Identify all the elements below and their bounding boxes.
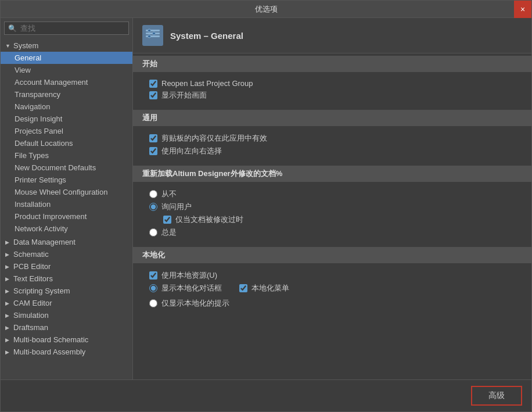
checkbox-show-start-screen-label: 显示开始画面 — [161, 90, 207, 101]
radio-only-show-localized-tips-input[interactable] — [149, 299, 157, 307]
tree-group-system[interactable]: ▼ System — [1, 40, 132, 52]
footer: 高级 — [1, 379, 531, 411]
checkbox-show-start-screen[interactable]: 显示开始画面 — [149, 90, 522, 101]
tree-item-account-management[interactable]: Account Management — [1, 76, 132, 88]
tree-item-file-types[interactable]: File Types — [1, 149, 132, 162]
checkbox-only-modified[interactable]: 仅当文档被修改过时 — [163, 214, 522, 225]
sidebar: 🔍 ▼ System General View Account Manageme… — [1, 18, 133, 379]
svg-point-5 — [148, 35, 151, 38]
radio-never-input[interactable] — [149, 190, 157, 198]
checkbox-reopen-last-project-label: Reopen Last Project Group — [161, 79, 253, 88]
radio-show-localized-dialog-input[interactable] — [149, 284, 157, 292]
tree-item-printer-settings[interactable]: Printer Settings — [1, 174, 132, 186]
tree-group-scripting-system[interactable]: ▶ Scripting System — [1, 285, 132, 297]
checkbox-use-left-right-select-input[interactable] — [149, 147, 157, 155]
tree-item-general[interactable]: General — [1, 52, 132, 64]
tree-item-product-improvement[interactable]: Product Improvement — [1, 210, 132, 223]
radio-always-label: 总是 — [161, 227, 177, 238]
tree-arrow-multi-board-assembly: ▶ — [5, 349, 11, 355]
checkbox-reopen-last-project[interactable]: Reopen Last Project Group — [149, 79, 522, 88]
checkbox-clipboard-local[interactable]: 剪贴板的内容仅在此应用中有效 — [149, 133, 522, 144]
tree-arrow-draftsman: ▶ — [5, 325, 11, 331]
tree-group-label-multi-board-schematic: Multi-board Schematic — [13, 335, 88, 344]
tree-arrow-schematic: ▶ — [5, 252, 11, 257]
tree-group-label-cam-editor: CAM Editor — [13, 299, 52, 307]
svg-point-4 — [153, 32, 156, 35]
tree-group-label-multi-board-assembly: Multi-board Assembly — [13, 347, 85, 356]
checkbox-localized-menu-input[interactable] — [239, 284, 247, 292]
page-title: System – General — [170, 31, 243, 41]
checkbox-only-modified-input[interactable] — [163, 216, 171, 224]
search-box: 🔍 — [4, 22, 129, 35]
tree-group-label-text-editors: Text Editors — [13, 274, 53, 283]
tree-group-label-schematic: Schematic — [13, 250, 49, 259]
search-input[interactable] — [20, 24, 125, 33]
radio-always[interactable]: 总是 — [149, 227, 522, 238]
section-body-general: 剪贴板的内容仅在此应用中有效 使用向左向右选择 — [133, 126, 531, 163]
tree-arrow-text-editors: ▶ — [5, 276, 11, 282]
radio-only-show-localized-tips-label: 仅显示本地化的提示 — [161, 298, 229, 309]
section-body-localization: 使用本地资源(U) 显示本地化对话框 本地化菜单 — [133, 263, 531, 316]
tree-group-multi-board-schematic[interactable]: ▶ Multi-board Schematic — [1, 334, 132, 346]
radio-ask-user[interactable]: 询问用户 — [149, 202, 522, 212]
tree-group-label-system: System — [13, 41, 38, 50]
radio-show-localized-dialog[interactable]: 显示本地化对话框 — [149, 283, 222, 293]
main-content: System – General 开始 Reopen Last Project … — [133, 18, 531, 379]
tree-item-projects-panel[interactable]: Projects Panel — [1, 125, 132, 137]
radio-only-show-localized-tips[interactable]: 仅显示本地化的提示 — [149, 298, 522, 309]
tree-item-installation[interactable]: Installation — [1, 198, 132, 210]
tree-group-label-data-management: Data Management — [13, 238, 76, 246]
checkbox-clipboard-local-input[interactable] — [149, 134, 157, 142]
tree-group-data-management[interactable]: ▶ Data Management — [1, 236, 132, 248]
radio-ask-user-label: 询问用户 — [161, 202, 192, 212]
search-icon: 🔍 — [8, 24, 17, 33]
tree-group-schematic[interactable]: ▶ Schematic — [1, 248, 132, 260]
checkbox-use-local-resources-input[interactable] — [149, 271, 157, 280]
tree-arrow-data-management: ▶ — [5, 239, 11, 245]
checkbox-only-modified-label: 仅当文档被修改过时 — [175, 214, 243, 225]
radio-never-label: 从不 — [161, 189, 177, 199]
tree-item-new-document-defaults[interactable]: New Document Defaults — [1, 162, 132, 174]
radio-always-input[interactable] — [149, 228, 157, 237]
tree-group-pcb-editor[interactable]: ▶ PCB Editor — [1, 260, 132, 273]
tree-group-multi-board-assembly[interactable]: ▶ Multi-board Assembly — [1, 346, 132, 358]
checkbox-clipboard-local-label: 剪贴板的内容仅在此应用中有效 — [161, 133, 267, 144]
tree-item-view[interactable]: View — [1, 64, 132, 76]
tree-item-design-insight[interactable]: Design Insight — [1, 113, 132, 125]
section-body-reload: 从不 询问用户 仅当文档被修改过时 总是 — [133, 182, 531, 245]
section-body-start: Reopen Last Project Group 显示开始画面 — [133, 72, 531, 108]
checkbox-use-left-right-select[interactable]: 使用向左向右选择 — [149, 146, 522, 156]
radio-never[interactable]: 从不 — [149, 189, 522, 199]
section-header-reload: 重新加载Altium Designer外修改的文档% — [133, 166, 531, 182]
checkbox-show-start-screen-input[interactable] — [149, 91, 157, 99]
tree-item-mouse-wheel-configuration[interactable]: Mouse Wheel Configuration — [1, 186, 132, 198]
tree-arrow-simulation: ▶ — [5, 313, 11, 318]
tree-group-label-scripting-system: Scripting System — [13, 286, 70, 295]
tree-item-default-locations[interactable]: Default Locations — [1, 137, 132, 149]
tree-arrow-multi-board-schematic: ▶ — [5, 337, 11, 343]
close-button[interactable]: × — [514, 1, 531, 18]
settings-icon — [145, 27, 161, 44]
checkbox-use-local-resources[interactable]: 使用本地资源(U) — [149, 270, 522, 281]
tree-item-navigation[interactable]: Navigation — [1, 101, 132, 113]
tree-group-draftsman[interactable]: ▶ Draftsman — [1, 321, 132, 334]
radio-ask-user-input[interactable] — [149, 203, 157, 211]
checkbox-use-local-resources-label: 使用本地资源(U) — [161, 270, 217, 281]
radio-sub-only-modified: 仅当文档被修改过时 — [149, 214, 522, 225]
tree-group-text-editors[interactable]: ▶ Text Editors — [1, 273, 132, 285]
checkbox-localized-menu[interactable]: 本地化菜单 — [239, 283, 289, 293]
tree-item-network-activity[interactable]: Network Activity — [1, 223, 132, 235]
tree-item-transparency[interactable]: Transparency — [1, 88, 132, 101]
section-header-general: 通用 — [133, 110, 531, 126]
checkbox-use-left-right-select-label: 使用向左向右选择 — [161, 146, 222, 156]
checkbox-reopen-last-project-input[interactable] — [149, 80, 157, 88]
tree-arrow-system: ▼ — [5, 43, 11, 49]
section-header-localization: 本地化 — [133, 247, 531, 263]
tree-section-system: ▼ System General View Account Management… — [1, 38, 132, 236]
locale-row1: 显示本地化对话框 本地化菜单 — [149, 283, 522, 293]
body: 🔍 ▼ System General View Account Manageme… — [1, 18, 531, 379]
advanced-button[interactable]: 高级 — [471, 386, 522, 406]
dialog: 优选项 × 🔍 ▼ System General View Account Ma… — [0, 0, 532, 412]
tree-group-cam-editor[interactable]: ▶ CAM Editor — [1, 297, 132, 309]
tree-group-simulation[interactable]: ▶ Simulation — [1, 309, 132, 321]
